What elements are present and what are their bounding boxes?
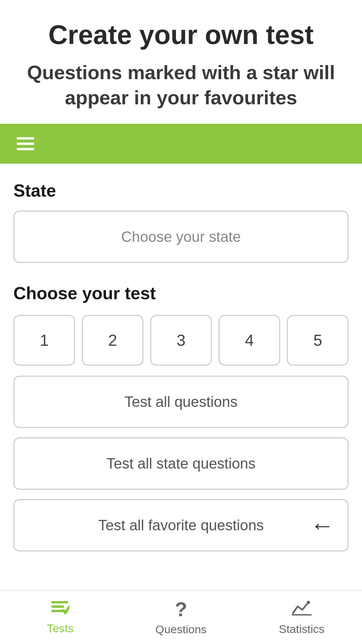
header-section: Create your own test Questions marked wi… <box>0 0 362 124</box>
nav-item-tests[interactable]: Tests <box>0 591 121 644</box>
choose-test-section: Choose your test 1 2 3 4 5 Test all ques… <box>13 283 349 551</box>
number-buttons-group: 1 2 3 4 5 <box>13 315 349 366</box>
nav-item-questions[interactable]: ? Questions <box>121 591 241 644</box>
content-section: State Choose your state Choose your test… <box>0 164 362 578</box>
test-all-questions-button[interactable]: Test all questions <box>13 376 349 428</box>
state-label: State <box>13 180 349 201</box>
nav-item-statistics[interactable]: Statistics <box>241 591 362 644</box>
test-number-4-button[interactable]: 4 <box>219 315 280 366</box>
tests-nav-label: Tests <box>47 622 73 635</box>
arrow-left-icon: ← <box>310 512 334 539</box>
statistics-nav-label: Statistics <box>279 623 324 636</box>
main-title: Create your own test <box>20 20 342 50</box>
test-all-state-questions-button[interactable]: Test all state questions <box>13 437 349 490</box>
test-number-3-button[interactable]: 3 <box>150 315 212 366</box>
test-number-5-button[interactable]: 5 <box>287 315 349 366</box>
test-all-favorite-questions-button[interactable]: Test all favorite questions ← <box>13 499 349 551</box>
hamburger-menu-button[interactable] <box>13 134 38 154</box>
questions-nav-label: Questions <box>155 623 206 636</box>
test-number-1-button[interactable]: 1 <box>13 315 75 366</box>
tests-icon <box>51 600 69 619</box>
subtitle: Questions marked with a star will appear… <box>20 60 342 110</box>
svg-rect-1 <box>51 605 64 608</box>
test-number-2-button[interactable]: 2 <box>82 315 143 366</box>
choose-test-label: Choose your test <box>13 283 349 303</box>
statistics-icon <box>292 600 312 619</box>
choose-state-button[interactable]: Choose your state <box>13 211 349 263</box>
svg-point-3 <box>307 601 310 604</box>
bottom-nav: Tests ? Questions Statistics <box>0 590 362 644</box>
green-bar <box>0 124 362 164</box>
svg-rect-0 <box>51 601 68 603</box>
questions-icon: ? <box>175 599 187 620</box>
